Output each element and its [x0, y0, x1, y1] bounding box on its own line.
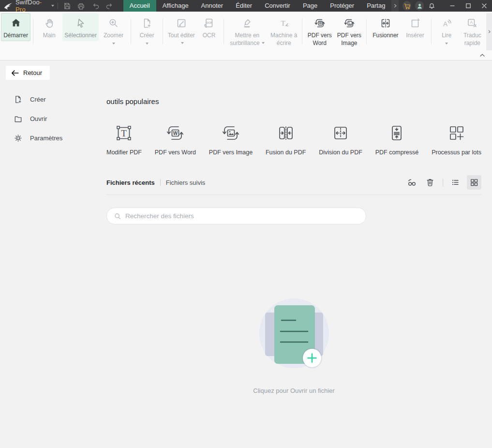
tool-processus-par-lots[interactable]: Processus par lots — [432, 123, 481, 156]
menu-tab-convertir[interactable]: Convertir — [258, 0, 297, 12]
tab-fichiers-recents[interactable]: Fichiers récents — [106, 179, 155, 186]
person-icon — [416, 2, 423, 10]
redo-button[interactable] — [103, 0, 117, 12]
menu-tab-annoter[interactable]: Annoter — [195, 0, 230, 12]
tool-modifier-pdf[interactable]: T Modifier PDF — [106, 123, 142, 156]
ribbon-button-label: OCR — [203, 32, 216, 40]
sidebar-item-label: Ouvrir — [30, 115, 47, 122]
divider — [131, 19, 131, 44]
divider — [443, 179, 443, 186]
chevron-down-icon — [146, 43, 149, 45]
menu-tab-editer[interactable]: Éditer — [229, 0, 258, 12]
app-name: SwifDoo-Pro — [15, 0, 48, 13]
ribbon-inserer-button[interactable]: Insérer — [402, 13, 428, 41]
tool-division-du-pdf[interactable]: Division du PDF — [319, 123, 362, 156]
menu-tab-proteger[interactable]: Protéger — [324, 0, 360, 12]
ribbon-zoomer-button[interactable]: Zoomer — [99, 13, 128, 46]
menu-tab-affichage[interactable]: Affichage — [156, 0, 195, 12]
ribbon-button-label: Traduc rapide — [462, 32, 483, 47]
ribbon-demarrer-button[interactable]: Démarrer — [1, 13, 30, 41]
chevron-down-icon — [262, 42, 265, 44]
trash-icon — [425, 178, 435, 187]
close-button[interactable] — [476, 0, 492, 12]
tool-fusion-du-pdf[interactable]: Fusion du PDF — [266, 123, 306, 156]
search-input[interactable] — [125, 212, 359, 220]
tab-fichiers-suivis[interactable]: Fichiers suivis — [166, 179, 206, 186]
trash-button[interactable] — [423, 175, 437, 190]
ribbon-surbrillance-button[interactable]: Mettre en surbrillance — [226, 13, 268, 49]
menu-tab-page[interactable]: Page — [297, 0, 324, 12]
ribbon-tout-editer-button[interactable]: Tout éditer — [165, 13, 197, 49]
ribbon-collapse-chevron-up-button[interactable] — [478, 52, 487, 59]
grid-view-icon — [469, 178, 479, 187]
menu-overflow-chevron-right-icon[interactable] — [391, 0, 399, 12]
print-button[interactable] — [74, 0, 88, 12]
divider — [58, 3, 58, 9]
tool-label: Fusion du PDF — [266, 149, 306, 156]
open-folder-icon — [14, 114, 23, 123]
ribbon-button-label: Machine à écrire — [270, 32, 298, 47]
list-view-button[interactable] — [448, 175, 463, 190]
grid-view-button[interactable] — [467, 175, 481, 190]
ribbon-button-label: Tout éditer — [167, 32, 195, 47]
tool-pdf-vers-image[interactable]: PDF vers Image — [209, 123, 253, 156]
ribbon-button-label: Démarrer — [3, 32, 28, 40]
reading-glasses-icon — [407, 178, 417, 188]
hand-icon — [44, 16, 55, 30]
account-button[interactable] — [415, 1, 424, 11]
split-pdf-icon — [331, 123, 350, 143]
back-button-label: Retour — [23, 69, 42, 76]
ribbon-button-label: PDF vers Word — [307, 32, 332, 47]
svg-text:T: T — [121, 128, 127, 138]
menu-tab-accueil[interactable]: Accueil — [123, 0, 156, 12]
maximize-button[interactable] — [460, 0, 476, 12]
edit-pdf-icon: T — [114, 123, 134, 143]
sidebar-item-ouvrir[interactable]: Ouvrir — [0, 109, 106, 128]
ribbon-pdf-vers-image-button[interactable]: PDF vers Image — [334, 13, 364, 49]
save-button[interactable] — [60, 0, 74, 12]
shopping-cart-icon — [403, 2, 411, 10]
back-button[interactable]: Retour — [6, 66, 50, 80]
menu-tab-partager[interactable]: Partag — [360, 0, 391, 12]
tool-label: Division du PDF — [319, 149, 362, 156]
tool-label: Modifier PDF — [106, 149, 142, 156]
app-menu-chevron-down-icon[interactable] — [51, 5, 54, 7]
sidebar-item-parametres[interactable]: Paramètres — [0, 128, 106, 148]
app-logo-swallow-icon — [3, 2, 13, 10]
zoom-in-icon — [108, 16, 119, 30]
notifications-button[interactable] — [426, 0, 437, 12]
cart-button[interactable] — [403, 1, 411, 11]
ribbon-ocr-button[interactable]: OCR OCR — [197, 13, 221, 41]
batch-process-icon — [447, 123, 466, 143]
ribbon-overflow-chevron-right-button[interactable] — [486, 13, 492, 50]
ribbon-pdf-vers-word-button[interactable]: W PDF vers Word — [305, 13, 334, 49]
ribbon-selectionner-button[interactable]: Sélectionner — [62, 13, 99, 41]
pdf-to-word-icon: W — [314, 16, 326, 30]
merge-pdf-icon — [276, 123, 296, 143]
home-icon — [10, 16, 22, 30]
redo-icon — [105, 2, 114, 10]
svg-text:A: A — [443, 20, 447, 27]
open-file-illustration[interactable] — [251, 298, 338, 370]
divider — [224, 19, 224, 44]
reading-glasses-button[interactable] — [404, 175, 419, 190]
tool-pdf-compresse[interactable]: PDF compressé — [375, 123, 419, 156]
ribbon-main-button[interactable]: Main — [36, 13, 62, 41]
empty-state-caption: Cliquez pour Ouvrir un fichier — [253, 387, 334, 394]
ribbon-machine-ecrire-button[interactable]: T Machine à écrire — [268, 13, 299, 49]
undo-button[interactable] — [89, 0, 103, 12]
ribbon-lire-button[interactable]: A Lire — [434, 13, 460, 46]
ribbon-button-label: Sélectionner — [64, 32, 97, 40]
sidebar-item-creer[interactable]: Créer — [0, 90, 106, 109]
ribbon-button-label: Lire — [442, 32, 451, 40]
search-bar — [106, 208, 366, 224]
minimize-button[interactable] — [444, 0, 460, 12]
typewriter-icon: T — [278, 16, 290, 30]
window-controls — [444, 0, 492, 12]
ribbon-fusionner-button[interactable]: Fusionner — [369, 13, 402, 41]
divider — [302, 19, 302, 44]
ribbon-creer-button[interactable]: Créer — [134, 13, 160, 46]
ribbon-traduction-rapide-button[interactable]: A Traduc rapide — [460, 13, 485, 49]
tool-pdf-vers-word[interactable]: W PDF vers Word — [155, 123, 196, 156]
divider — [366, 19, 367, 44]
